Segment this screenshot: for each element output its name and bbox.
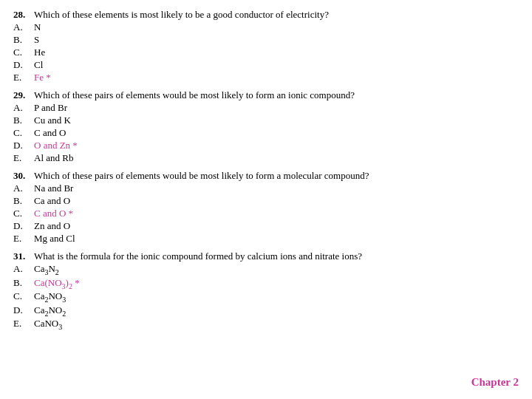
q29-e-text: Al and Rb xyxy=(34,152,73,164)
q29-b-text: Cu and K xyxy=(34,115,71,126)
q28-e-letter: E. xyxy=(13,72,34,83)
chapter-label: Chapter 2 xyxy=(471,376,519,389)
q31-number: 31. xyxy=(13,250,34,262)
q29-answer-b: B. Cu and K xyxy=(13,115,519,126)
q28-answer-c: C. He xyxy=(13,47,519,58)
q28-number: 28. xyxy=(13,9,34,21)
q31-c-letter: C. xyxy=(13,290,34,304)
q28-text: Which of these elements is most likely t… xyxy=(34,9,519,21)
q31-text: What is the formula for the ionic compou… xyxy=(34,250,519,262)
q28-a-text: N xyxy=(34,21,41,33)
q30-e-letter: E. xyxy=(13,233,34,245)
q30-answer-b: B. Ca and O xyxy=(13,195,519,207)
q28-b-letter: B. xyxy=(13,34,34,46)
q30-answer-e: E. Mg and Cl xyxy=(13,233,519,245)
q30-a-letter: A. xyxy=(13,183,34,194)
q29-c-text: C and O xyxy=(34,127,66,139)
q31-answer-a: A. Ca3N2 xyxy=(13,263,519,276)
q29-text: Which of these pairs of elements would b… xyxy=(34,89,519,101)
question-28: 28. Which of these elements is most like… xyxy=(13,9,519,83)
q29-number: 29. xyxy=(13,89,34,101)
q29-a-text: P and Br xyxy=(34,102,67,114)
q30-d-letter: D. xyxy=(13,220,34,232)
q29-d-letter: D. xyxy=(13,140,34,151)
q31-e-text: CaNO3 xyxy=(34,318,62,331)
q31-answer-c: C. Ca2NO3 xyxy=(13,290,519,304)
q31-c-text: Ca2NO3 xyxy=(34,290,66,304)
q31-d-text: Ca2NO2 xyxy=(34,304,66,318)
q29-e-letter: E. xyxy=(13,152,34,164)
q28-d-letter: D. xyxy=(13,59,34,71)
q29-answer-a: A. P and Br xyxy=(13,102,519,114)
question-30: 30. Which of these pairs of elements wou… xyxy=(13,170,519,245)
q29-b-letter: B. xyxy=(13,115,34,126)
q29-a-letter: A. xyxy=(13,102,34,114)
q28-b-text: S xyxy=(34,34,39,46)
q28-a-letter: A. xyxy=(13,21,34,33)
q29-c-letter: C. xyxy=(13,127,34,139)
q31-b-letter: B. xyxy=(13,277,34,290)
q30-a-text: Na and Br xyxy=(34,183,73,194)
q29-answer-e: E. Al and Rb xyxy=(13,152,519,164)
q30-text: Which of these pairs of elements would b… xyxy=(34,170,519,182)
q29-answer-d: D. O and Zn * xyxy=(13,140,519,151)
q30-answer-c: C. C and O * xyxy=(13,208,519,219)
q28-c-letter: C. xyxy=(13,47,34,58)
q28-e-text: Fe * xyxy=(34,72,51,83)
q31-answer-d: D. Ca2NO2 xyxy=(13,304,519,318)
q30-b-letter: B. xyxy=(13,195,34,207)
q29-answer-c: C. C and O xyxy=(13,127,519,139)
q30-answer-d: D. Zn and O xyxy=(13,220,519,232)
q30-number: 30. xyxy=(13,170,34,182)
q30-c-letter: C. xyxy=(13,208,34,219)
q29-d-text: O and Zn * xyxy=(34,140,78,151)
question-31: 31. What is the formula for the ionic co… xyxy=(13,250,519,331)
q30-answer-a: A. Na and Br xyxy=(13,183,519,194)
q31-e-letter: E. xyxy=(13,318,34,331)
q31-d-letter: D. xyxy=(13,304,34,318)
q30-d-text: Zn and O xyxy=(34,220,70,232)
q28-answer-b: B. S xyxy=(13,34,519,46)
q28-answer-e: E. Fe * xyxy=(13,72,519,83)
q31-answer-e: E. CaNO3 xyxy=(13,318,519,331)
q30-b-text: Ca and O xyxy=(34,195,70,207)
q31-a-letter: A. xyxy=(13,263,34,276)
q28-d-text: Cl xyxy=(34,59,43,71)
q28-c-text: He xyxy=(34,47,45,58)
q30-e-text: Mg and Cl xyxy=(34,233,75,245)
q28-answer-a: A. N xyxy=(13,21,519,33)
question-29: 29. Which of these pairs of elements wou… xyxy=(13,89,519,164)
q31-b-text: Ca(NO3)2 * xyxy=(34,277,80,290)
q28-answer-d: D. Cl xyxy=(13,59,519,71)
q31-answer-b: B. Ca(NO3)2 * xyxy=(13,277,519,290)
q31-a-text: Ca3N2 xyxy=(34,263,59,276)
q30-c-text: C and O * xyxy=(34,208,73,219)
